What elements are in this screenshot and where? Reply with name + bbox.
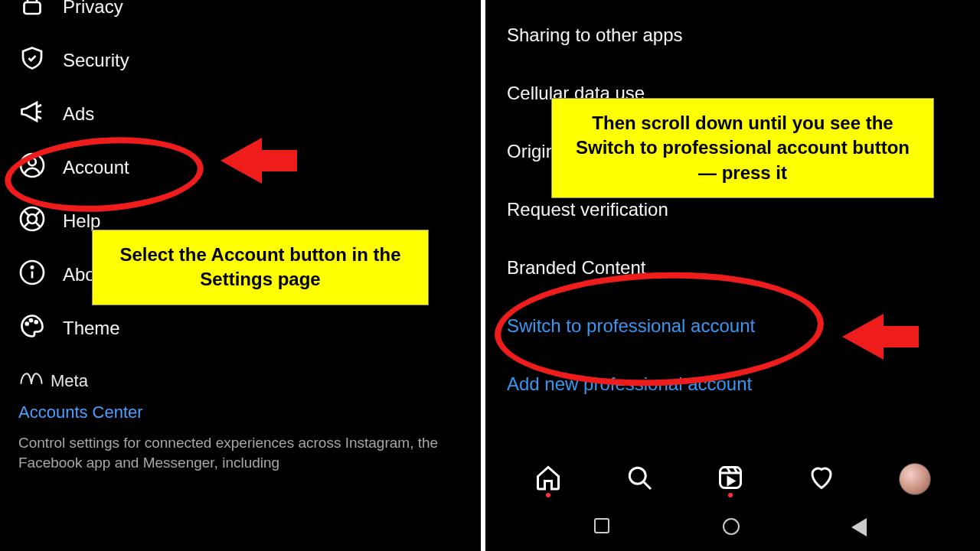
lifebuoy-icon [18, 205, 46, 237]
option-branded-content[interactable]: Branded Content [507, 239, 959, 297]
svg-point-8 [26, 323, 28, 325]
meta-brand-label: Meta [51, 371, 88, 391]
megaphone-icon [18, 98, 46, 130]
svg-point-7 [31, 266, 33, 268]
annotation-callout-right: Then scroll down until you see the Switc… [551, 98, 934, 198]
menu-label: Account [63, 157, 129, 178]
meta-brand: Meta [18, 370, 462, 392]
svg-rect-0 [24, 2, 41, 14]
shield-check-icon [18, 44, 46, 77]
svg-rect-13 [720, 468, 740, 488]
palette-icon [18, 312, 46, 344]
bottom-nav [485, 455, 980, 504]
lock-icon [18, 0, 46, 23]
meta-block: Meta Accounts Center Control settings fo… [0, 355, 481, 472]
nav-activity[interactable] [808, 464, 835, 494]
accounts-center-link[interactable]: Accounts Center [18, 403, 462, 422]
menu-label: Theme [63, 318, 120, 339]
annotation-callout-left: Select the Account button in the Setting… [92, 230, 429, 305]
person-circle-icon [18, 152, 46, 184]
meta-description: Control settings for connected experienc… [18, 433, 462, 472]
menu-item-theme[interactable]: Theme [15, 302, 466, 355]
nav-search[interactable] [626, 464, 653, 494]
menu-label: Privacy [63, 0, 123, 18]
account-screen-right: Sharing to other apps Cellular data use … [485, 0, 980, 551]
annotation-arrow-left [220, 138, 262, 184]
nav-profile-avatar[interactable] [899, 463, 931, 495]
option-add-professional[interactable]: Add new professional account [507, 355, 959, 413]
annotation-arrow-right [842, 314, 884, 360]
menu-label: Security [63, 50, 129, 71]
menu-item-security[interactable]: Security [15, 34, 466, 87]
system-back-icon[interactable] [851, 518, 871, 538]
notification-dot-icon [546, 493, 550, 497]
option-sharing[interactable]: Sharing to other apps [507, 0, 959, 64]
svg-point-9 [30, 319, 32, 321]
menu-item-ads[interactable]: Ads [15, 87, 466, 141]
svg-point-2 [28, 158, 36, 166]
menu-label: Help [63, 210, 100, 232]
account-options-list: Sharing to other apps Cellular data use … [485, 0, 980, 413]
system-recent-icon[interactable] [594, 518, 614, 538]
notification-dot-icon [728, 493, 733, 497]
meta-logo-icon [18, 370, 44, 392]
menu-label: Ads [63, 103, 94, 125]
info-icon [18, 259, 46, 291]
system-home-icon[interactable] [723, 518, 743, 538]
svg-point-4 [28, 214, 37, 223]
svg-line-12 [644, 482, 651, 489]
nav-home[interactable] [534, 464, 562, 494]
nav-reels[interactable] [717, 464, 744, 494]
svg-point-10 [35, 321, 38, 323]
svg-point-11 [629, 468, 645, 484]
menu-item-privacy[interactable]: Privacy [15, 0, 466, 34]
android-system-nav [485, 510, 980, 546]
